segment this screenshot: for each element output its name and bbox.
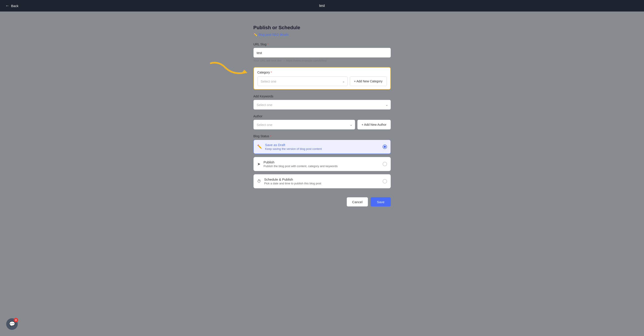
pencil-icon: ✏️ bbox=[254, 33, 257, 36]
keywords-group: Add Keywords Select one ⌄ bbox=[254, 94, 391, 110]
topbar: ← Back test bbox=[0, 0, 644, 11]
status-option-draft[interactable]: ✏️ Save as Draft Keep saving the version… bbox=[254, 140, 391, 154]
required-indicator: * bbox=[268, 43, 268, 46]
chat-widget[interactable]: 8 💬 bbox=[6, 318, 18, 330]
url-slug-label: URL Slug * bbox=[254, 42, 391, 46]
blog-status-group: Blog Status * ✏️ Save as Draft Keep savi… bbox=[254, 134, 391, 188]
seo-link[interactable]: ✏️ Blog post SEO details bbox=[254, 33, 391, 36]
schedule-desc: Pick a date and time to publish this blo… bbox=[264, 182, 380, 185]
status-option-schedule[interactable]: ⏱ Schedule & Publish Pick a date and tim… bbox=[254, 174, 391, 188]
schedule-name: Schedule & Publish bbox=[264, 178, 380, 181]
publish-radio[interactable] bbox=[382, 162, 387, 166]
svg-marker-0 bbox=[241, 70, 248, 73]
blog-status-label: Blog Status * bbox=[254, 134, 391, 138]
keywords-select[interactable]: Select one bbox=[254, 100, 391, 110]
author-select[interactable]: Select one bbox=[254, 120, 355, 129]
author-select-wrapper: Select one ⌄ bbox=[254, 120, 355, 129]
url-hint: Your URL will look like → https://www.ex… bbox=[254, 59, 391, 62]
required-indicator: * bbox=[270, 135, 271, 138]
topbar-title: test bbox=[319, 4, 325, 8]
status-options: ✏️ Save as Draft Keep saving the version… bbox=[254, 140, 391, 188]
publish-desc: Publish the blog post with content, cate… bbox=[264, 164, 380, 168]
status-option-publish[interactable]: ➤ Publish Publish the blog post with con… bbox=[254, 157, 391, 171]
back-arrow-icon: ← bbox=[5, 3, 9, 8]
schedule-icon: ⏱ bbox=[257, 179, 261, 184]
seo-link-text: Blog post SEO details bbox=[258, 33, 289, 36]
draft-desc: Keep saving the version of blog post con… bbox=[265, 147, 380, 151]
keywords-label: Add Keywords bbox=[254, 94, 391, 98]
save-button[interactable]: Save bbox=[371, 197, 390, 207]
author-label: Author bbox=[254, 114, 391, 118]
category-select[interactable]: Select one bbox=[258, 76, 348, 86]
back-label: Back bbox=[11, 4, 18, 8]
arrow-annotation bbox=[205, 59, 254, 86]
draft-radio[interactable] bbox=[382, 145, 387, 149]
schedule-text: Schedule & Publish Pick a date and time … bbox=[264, 178, 380, 185]
draft-text: Save as Draft Keep saving the version of… bbox=[265, 143, 380, 151]
url-slug-group: URL Slug * Your URL will look like → htt… bbox=[254, 42, 391, 62]
required-indicator: * bbox=[271, 71, 272, 74]
back-button[interactable]: ← Back bbox=[5, 3, 18, 8]
draft-icon: ✏️ bbox=[257, 144, 262, 149]
author-controls: Select one ⌄ + Add New Author bbox=[254, 120, 391, 129]
add-category-button[interactable]: + Add New Category bbox=[350, 76, 387, 86]
keywords-select-wrapper: Select one ⌄ bbox=[254, 100, 391, 110]
category-label: Category * bbox=[258, 71, 387, 74]
bottom-actions: Cancel Save bbox=[254, 197, 391, 207]
chat-icon: 💬 bbox=[9, 321, 15, 327]
author-group: Author Select one ⌄ + Add New Author bbox=[254, 114, 391, 129]
url-slug-input[interactable] bbox=[254, 48, 391, 57]
publish-icon: ➤ bbox=[257, 162, 260, 166]
publish-text: Publish Publish the blog post with conte… bbox=[264, 160, 380, 168]
chat-badge: 8 bbox=[14, 318, 18, 322]
add-author-button[interactable]: + Add New Author bbox=[357, 120, 390, 129]
category-controls: Select one ⌄ + Add New Category bbox=[258, 76, 387, 86]
page-content: Publish or Schedule ✏️ Blog post SEO det… bbox=[0, 11, 644, 224]
category-group: Category * Select one ⌄ + Add New Catego… bbox=[254, 67, 391, 90]
publish-name: Publish bbox=[264, 160, 380, 164]
category-select-wrapper: Select one ⌄ bbox=[258, 76, 348, 86]
schedule-radio[interactable] bbox=[382, 179, 387, 184]
draft-name: Save as Draft bbox=[265, 143, 380, 147]
form-container: Publish or Schedule ✏️ Blog post SEO det… bbox=[254, 25, 391, 207]
cancel-button[interactable]: Cancel bbox=[347, 197, 368, 207]
page-title: Publish or Schedule bbox=[254, 25, 391, 30]
